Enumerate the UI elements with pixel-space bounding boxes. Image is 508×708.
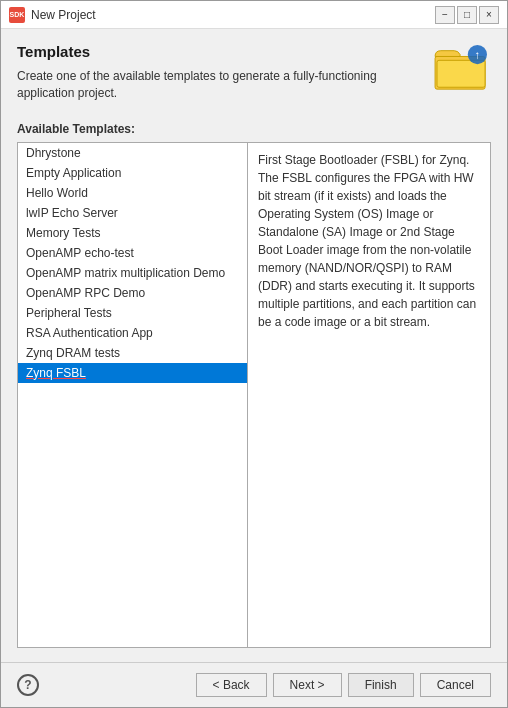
svg-rect-1: [437, 60, 485, 87]
templates-panel: DhrystoneEmpty ApplicationHello WorldlwI…: [17, 142, 491, 648]
app-icon: SDK: [9, 7, 25, 23]
section-description: Create one of the available templates to…: [17, 68, 425, 102]
title-bar: SDK New Project − □ ×: [1, 1, 507, 29]
finish-button[interactable]: Finish: [348, 673, 414, 697]
template-item-openamp-matrix[interactable]: OpenAMP matrix multiplication Demo: [18, 263, 247, 283]
minimize-button[interactable]: −: [435, 6, 455, 24]
template-item-lwip-echo-server[interactable]: lwIP Echo Server: [18, 203, 247, 223]
template-description-text: First Stage Bootloader (FSBL) for Zynq. …: [258, 153, 476, 329]
template-item-dhrystone[interactable]: Dhrystone: [18, 143, 247, 163]
main-content: Templates Create one of the available te…: [1, 29, 507, 662]
templates-label: Available Templates:: [17, 122, 491, 136]
window-controls: − □ ×: [435, 6, 499, 24]
maximize-button[interactable]: □: [457, 6, 477, 24]
close-button[interactable]: ×: [479, 6, 499, 24]
template-item-empty-application[interactable]: Empty Application: [18, 163, 247, 183]
template-item-openamp-echo-test[interactable]: OpenAMP echo-test: [18, 243, 247, 263]
next-button[interactable]: Next >: [273, 673, 342, 697]
header-row: Templates Create one of the available te…: [17, 43, 491, 112]
window-title: New Project: [31, 8, 435, 22]
back-button[interactable]: < Back: [196, 673, 267, 697]
section-title: Templates: [17, 43, 425, 60]
cancel-button[interactable]: Cancel: [420, 673, 491, 697]
description-panel: First Stage Bootloader (FSBL) for Zynq. …: [248, 143, 490, 647]
template-item-zynq-dram-tests[interactable]: Zynq DRAM tests: [18, 343, 247, 363]
template-list[interactable]: DhrystoneEmpty ApplicationHello WorldlwI…: [18, 143, 248, 647]
template-item-openamp-rpc-demo[interactable]: OpenAMP RPC Demo: [18, 283, 247, 303]
template-item-hello-world[interactable]: Hello World: [18, 183, 247, 203]
svg-text:↑: ↑: [475, 49, 481, 61]
template-item-zynq-fsbl[interactable]: Zynq FSBL: [18, 363, 247, 383]
template-item-memory-tests[interactable]: Memory Tests: [18, 223, 247, 243]
header-text: Templates Create one of the available te…: [17, 43, 425, 112]
new-project-window: SDK New Project − □ × Templates Create o…: [0, 0, 508, 708]
folder-icon: ↑: [433, 43, 491, 93]
bottom-bar: ? < Back Next > Finish Cancel: [1, 662, 507, 707]
template-item-rsa-authentication[interactable]: RSA Authentication App: [18, 323, 247, 343]
help-button[interactable]: ?: [17, 674, 39, 696]
template-item-peripheral-tests[interactable]: Peripheral Tests: [18, 303, 247, 323]
